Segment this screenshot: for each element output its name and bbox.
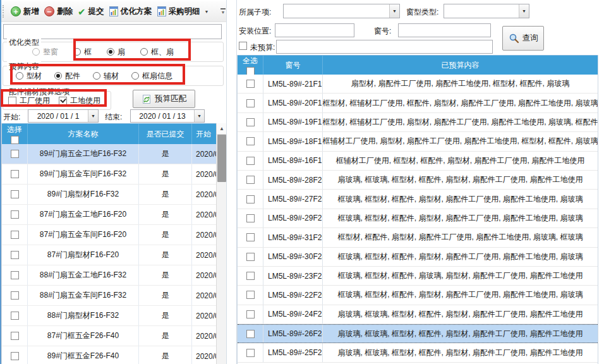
window-row[interactable]: LM5L-89#-24F22扇玻璃, 框玻璃, 框型材, 框配件, 扇型材, 扇… <box>238 305 598 324</box>
add-button[interactable]: + 新增 <box>8 4 42 19</box>
row-checkbox[interactable] <box>246 310 255 318</box>
window-type-combobox[interactable]: ▼ <box>444 4 529 18</box>
row-checkbox[interactable] <box>246 137 255 145</box>
radio-accessory[interactable]: 配件 <box>54 71 80 82</box>
row-checkbox[interactable] <box>11 190 19 198</box>
plan-table-scrollbar[interactable]: ▲ <box>216 123 227 364</box>
chevron-down-icon[interactable]: ▼ <box>389 4 399 18</box>
row-checkbox-cell <box>238 286 263 304</box>
plan-row[interactable]: 87#门扇五金工地F16-F20是2020/0 <box>2 205 227 225</box>
window-row[interactable]: LM5L-89#-25F23扇玻璃, 框玻璃, 框型材, 框配件, 扇型材, 扇… <box>238 343 598 362</box>
plan-row[interactable]: 89#门框五金F26-F40是2020/0 <box>2 346 227 364</box>
plan-name-cell: 89#门扇五金工地F16-F32 <box>27 144 138 164</box>
checkbox-site-use[interactable]: 工地使用 <box>59 95 100 106</box>
row-checkbox[interactable] <box>246 253 255 261</box>
chevron-down-icon[interactable]: ▼ <box>88 110 98 122</box>
budgeted-content-cell: 框玻璃, 框型材, 框配件, 扇型材, 扇配件工厂使用, 扇配件工地使用, 扇玻… <box>322 190 598 208</box>
radio-whole-window[interactable]: 整窗 <box>32 47 58 58</box>
window-row[interactable]: LM5L-89#-28F26扇玻璃, 框玻璃, 框型材, 框配件, 扇型材, 扇… <box>238 171 598 190</box>
purchase-detail-button[interactable]: 采购明细 ▼ <box>155 4 212 19</box>
row-checkbox[interactable] <box>246 157 255 165</box>
window-row[interactable]: LM5L-89#-27F25框玻璃, 框型材, 框配件, 扇型材, 扇配件工厂使… <box>238 190 598 209</box>
optimize-plan-button[interactable]: 优化方案 <box>107 4 155 19</box>
sub-item-combobox[interactable]: ▼ <box>283 4 400 18</box>
select-all-checkbox[interactable] <box>246 67 255 75</box>
delete-button[interactable]: − 删除 <box>42 4 75 19</box>
row-checkbox[interactable] <box>246 272 255 280</box>
window-row[interactable]: LM5L-89#-22F20框玻璃, 框型材, 框配件, 扇型材, 扇配件工厂使… <box>238 286 598 305</box>
row-checkbox[interactable] <box>11 210 19 219</box>
query-button[interactable]: 查询 <box>502 26 544 51</box>
row-checkbox[interactable] <box>246 330 255 338</box>
row-checkbox[interactable] <box>11 291 19 300</box>
scrollbar-thumb[interactable] <box>217 135 226 182</box>
window-row[interactable]: LM5L-89#-21F19扇型材, 扇配件工厂使用, 扇配件工地使用, 框型材… <box>238 75 598 94</box>
row-checkbox[interactable] <box>11 251 19 259</box>
chevron-down-icon[interactable]: ▼ <box>205 9 209 14</box>
plan-name-header[interactable]: 方案名称 <box>27 124 138 144</box>
row-checkbox[interactable] <box>246 118 255 126</box>
window-row[interactable]: LM5L-89#-30F28框玻璃, 框型材, 框配件, 扇型材, 扇配件工厂使… <box>238 248 598 267</box>
plan-row[interactable]: 87#门扇五金车间F16-F20是2020/0 <box>2 225 227 245</box>
window-no-cell: LM5L-89#-18F16 <box>263 132 322 150</box>
row-checkbox[interactable] <box>246 214 255 222</box>
radio-sash[interactable]: 扇 <box>107 47 125 58</box>
budgeted-content-cell: 框辅材工厂使用, 框型材, 框配件, 扇型材, 扇配件工厂使用, 扇配件工地使用 <box>322 152 598 170</box>
unbudgeted-checkbox[interactable] <box>239 42 247 50</box>
window-row[interactable]: LM5L-89#-16F15框辅材工厂使用, 框型材, 框配件, 扇型材, 扇配… <box>238 152 598 171</box>
radio-frame[interactable]: 框 <box>73 47 92 58</box>
chevron-down-icon[interactable]: ▼ <box>194 110 204 122</box>
start-date-picker[interactable]: 2020 / 01 / 1 ▼ <box>28 109 99 123</box>
row-checkbox[interactable] <box>246 349 255 357</box>
chevron-down-icon[interactable]: ▼ <box>519 4 529 18</box>
panel-splitter[interactable] <box>226 0 237 364</box>
window-row[interactable]: LM5L-89#-31F29框型材, 框配件, 扇型材, 扇配件工厂使用, 扇配… <box>238 228 598 247</box>
window-row[interactable]: LM5L-89#-19F17框型材, 框辅材工厂使用, 扇型材, 扇配件工厂使用… <box>238 113 598 132</box>
plan-row[interactable]: 88#门扇五金车间F16-F32是2020/0 <box>2 286 227 306</box>
plan-row[interactable]: 89#门扇五金工地F16-F32是2020/0 <box>2 144 227 164</box>
window-row[interactable]: LM5L-89#-18F16框辅材工厂使用, 扇型材, 扇配件工厂使用, 扇配件… <box>238 132 598 151</box>
plan-row[interactable]: 89#门扇五金车间F16-F32是2020/0 <box>2 164 227 185</box>
select-all-checkbox[interactable] <box>11 136 19 144</box>
submitted-header[interactable]: 是否已提交 <box>138 124 191 144</box>
plan-row[interactable]: 89#门扇型材F16-F32是2020/0 <box>2 185 227 205</box>
radio-frame-sash[interactable]: 框、扇 <box>140 47 174 58</box>
unbudgeted-input[interactable] <box>276 40 493 54</box>
row-checkbox[interactable] <box>11 332 19 340</box>
row-checkbox[interactable] <box>246 80 255 88</box>
window-row[interactable]: LM5L-89#-29F27框玻璃, 框型材, 框配件, 扇型材, 扇配件工厂使… <box>238 209 598 228</box>
plan-row[interactable]: 87#门框五金F26-F40是2020/0 <box>2 326 227 346</box>
window-no-input[interactable] <box>398 23 491 37</box>
row-checkbox[interactable] <box>11 312 19 320</box>
end-date-picker[interactable]: 2020 / 01 / 13 ▼ <box>130 109 205 123</box>
plan-row[interactable]: 88#门扇五金工地F16-F32是2020/0 <box>2 265 227 286</box>
window-row[interactable]: LM5L-89#-23F21框玻璃, 框型材, 框配件, 扇玻璃, 扇型材, 扇… <box>238 267 598 286</box>
row-checkbox[interactable] <box>11 150 19 158</box>
radio-profile[interactable]: 型材 <box>16 71 42 82</box>
row-checkbox-cell <box>238 152 263 170</box>
budgeted-content-header[interactable]: 已预算内容 <box>322 56 598 75</box>
plan-row[interactable]: 88#门扇型材F16-F32是2020/0 <box>2 306 227 326</box>
window-no-cell: LM5L-89#-31F29 <box>263 228 322 246</box>
toolbar-grip[interactable] <box>3 5 6 18</box>
window-no-header[interactable]: 窗号 <box>263 56 322 75</box>
window-row[interactable]: LM5L-89#-20F18框型材, 框辅材工厂使用, 框配件, 扇型材, 扇配… <box>238 94 598 112</box>
install-position-input[interactable] <box>275 23 354 37</box>
row-checkbox[interactable] <box>246 99 255 107</box>
row-checkbox[interactable] <box>11 352 19 360</box>
row-checkbox[interactable] <box>246 176 255 184</box>
row-checkbox[interactable] <box>246 233 255 241</box>
submit-button[interactable]: ✔ 提交 <box>75 4 107 19</box>
radio-frame-sash-info[interactable]: 框扇信息 <box>131 71 172 82</box>
row-checkbox[interactable] <box>11 231 19 239</box>
window-row[interactable]: LM5L-89#-26F24扇玻璃, 框玻璃, 框型材, 框配件, 扇型材, 扇… <box>238 324 598 343</box>
row-checkbox[interactable] <box>246 195 255 203</box>
budget-match-button[interactable]: 预算匹配 <box>133 90 195 108</box>
plan-row[interactable]: 87#门扇型材F16-F20是2020/0 <box>2 245 227 265</box>
radio-auxiliary[interactable]: 辅材 <box>93 71 119 82</box>
row-checkbox[interactable] <box>246 291 255 299</box>
opt-type-group-label: 优化类型 <box>7 37 41 48</box>
scroll-up-icon[interactable]: ▲ <box>217 123 227 135</box>
row-checkbox[interactable] <box>11 271 19 279</box>
row-checkbox[interactable] <box>11 170 19 178</box>
